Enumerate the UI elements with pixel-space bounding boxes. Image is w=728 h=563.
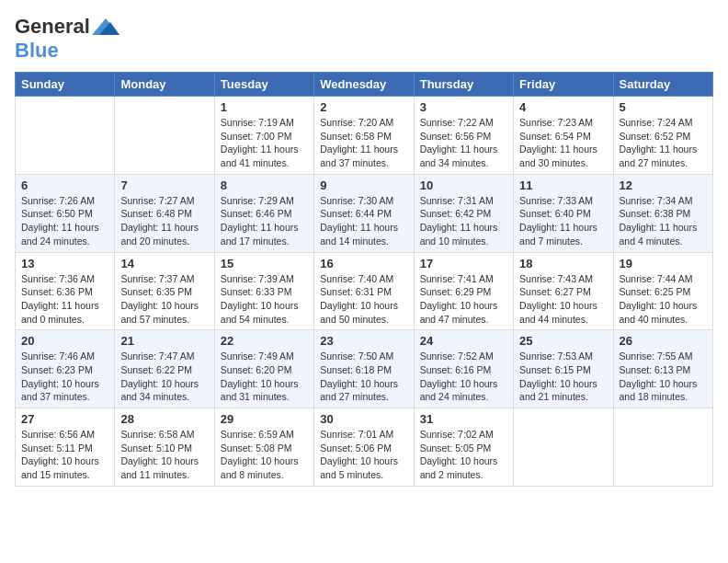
day-number: 18 bbox=[519, 257, 607, 270]
calendar-day-cell: 6Sunrise: 7:26 AM Sunset: 6:50 PM Daylig… bbox=[16, 174, 115, 252]
day-number: 25 bbox=[519, 334, 607, 348]
day-info: Sunrise: 6:56 AM Sunset: 5:11 PM Dayligh… bbox=[21, 428, 108, 482]
calendar-day-cell bbox=[16, 97, 115, 175]
weekday-header-cell: Thursday bbox=[414, 73, 513, 97]
calendar-day-cell: 1Sunrise: 7:19 AM Sunset: 7:00 PM Daylig… bbox=[214, 97, 313, 175]
calendar-day-cell: 3Sunrise: 7:22 AM Sunset: 6:56 PM Daylig… bbox=[414, 97, 513, 175]
day-info: Sunrise: 7:49 AM Sunset: 6:20 PM Dayligh… bbox=[221, 350, 308, 404]
calendar-week-row: 20Sunrise: 7:46 AM Sunset: 6:23 PM Dayli… bbox=[16, 330, 713, 408]
calendar-week-row: 27Sunrise: 6:56 AM Sunset: 5:11 PM Dayli… bbox=[16, 408, 713, 487]
logo: General Blue bbox=[15, 15, 119, 63]
calendar-day-cell: 12Sunrise: 7:34 AM Sunset: 6:38 PM Dayli… bbox=[613, 174, 712, 252]
weekday-header-cell: Monday bbox=[115, 73, 214, 97]
day-info: Sunrise: 6:58 AM Sunset: 5:10 PM Dayligh… bbox=[120, 428, 208, 482]
calendar-day-cell: 22Sunrise: 7:49 AM Sunset: 6:20 PM Dayli… bbox=[214, 330, 313, 408]
calendar-day-cell: 7Sunrise: 7:27 AM Sunset: 6:48 PM Daylig… bbox=[115, 174, 214, 252]
day-info: Sunrise: 7:33 AM Sunset: 6:40 PM Dayligh… bbox=[519, 194, 607, 248]
calendar-day-cell: 10Sunrise: 7:31 AM Sunset: 6:42 PM Dayli… bbox=[414, 174, 513, 252]
day-info: Sunrise: 7:02 AM Sunset: 5:05 PM Dayligh… bbox=[420, 428, 507, 482]
calendar-day-cell: 25Sunrise: 7:53 AM Sunset: 6:15 PM Dayli… bbox=[514, 330, 613, 408]
day-info: Sunrise: 7:34 AM Sunset: 6:38 PM Dayligh… bbox=[620, 194, 707, 248]
calendar: SundayMondayTuesdayWednesdayThursdayFrid… bbox=[15, 72, 713, 487]
day-number: 8 bbox=[221, 178, 308, 192]
day-info: Sunrise: 7:01 AM Sunset: 5:06 PM Dayligh… bbox=[320, 428, 407, 482]
day-number: 4 bbox=[519, 100, 607, 114]
calendar-day-cell: 2Sunrise: 7:20 AM Sunset: 6:58 PM Daylig… bbox=[314, 97, 414, 175]
day-info: Sunrise: 7:46 AM Sunset: 6:23 PM Dayligh… bbox=[21, 350, 108, 404]
day-info: Sunrise: 7:24 AM Sunset: 6:52 PM Dayligh… bbox=[620, 116, 707, 170]
day-info: Sunrise: 7:22 AM Sunset: 6:56 PM Dayligh… bbox=[420, 116, 507, 170]
calendar-day-cell: 19Sunrise: 7:44 AM Sunset: 6:25 PM Dayli… bbox=[613, 252, 712, 330]
calendar-day-cell: 9Sunrise: 7:30 AM Sunset: 6:44 PM Daylig… bbox=[314, 174, 414, 252]
day-number: 9 bbox=[320, 178, 407, 192]
day-number: 5 bbox=[620, 100, 707, 114]
day-info: Sunrise: 7:41 AM Sunset: 6:29 PM Dayligh… bbox=[420, 272, 507, 327]
weekday-header-cell: Tuesday bbox=[214, 73, 313, 97]
calendar-week-row: 13Sunrise: 7:36 AM Sunset: 6:36 PM Dayli… bbox=[16, 252, 713, 330]
day-info: Sunrise: 6:59 AM Sunset: 5:08 PM Dayligh… bbox=[221, 428, 308, 482]
day-number: 31 bbox=[420, 412, 507, 426]
calendar-day-cell bbox=[514, 408, 613, 487]
day-info: Sunrise: 7:50 AM Sunset: 6:18 PM Dayligh… bbox=[320, 350, 407, 404]
day-info: Sunrise: 7:52 AM Sunset: 6:16 PM Dayligh… bbox=[420, 350, 507, 404]
calendar-day-cell: 31Sunrise: 7:02 AM Sunset: 5:05 PM Dayli… bbox=[414, 408, 513, 487]
day-number: 7 bbox=[120, 178, 208, 192]
calendar-day-cell: 4Sunrise: 7:23 AM Sunset: 6:54 PM Daylig… bbox=[514, 97, 613, 175]
day-info: Sunrise: 7:40 AM Sunset: 6:31 PM Dayligh… bbox=[320, 272, 407, 327]
calendar-day-cell: 17Sunrise: 7:41 AM Sunset: 6:29 PM Dayli… bbox=[414, 252, 513, 330]
calendar-day-cell: 24Sunrise: 7:52 AM Sunset: 6:16 PM Dayli… bbox=[414, 330, 513, 408]
calendar-day-cell: 16Sunrise: 7:40 AM Sunset: 6:31 PM Dayli… bbox=[314, 252, 414, 330]
day-info: Sunrise: 7:47 AM Sunset: 6:22 PM Dayligh… bbox=[120, 350, 208, 404]
day-number: 28 bbox=[120, 412, 208, 426]
day-number: 29 bbox=[221, 412, 308, 426]
day-number: 17 bbox=[420, 257, 507, 270]
day-number: 12 bbox=[620, 178, 707, 192]
calendar-day-cell bbox=[613, 408, 712, 487]
day-number: 10 bbox=[420, 178, 507, 192]
calendar-day-cell: 29Sunrise: 6:59 AM Sunset: 5:08 PM Dayli… bbox=[214, 408, 313, 487]
logo-icon bbox=[92, 18, 119, 35]
day-number: 16 bbox=[320, 257, 407, 270]
calendar-day-cell: 30Sunrise: 7:01 AM Sunset: 5:06 PM Dayli… bbox=[314, 408, 414, 487]
weekday-header-row: SundayMondayTuesdayWednesdayThursdayFrid… bbox=[16, 73, 713, 97]
day-number: 1 bbox=[221, 100, 308, 114]
day-info: Sunrise: 7:36 AM Sunset: 6:36 PM Dayligh… bbox=[21, 272, 108, 327]
day-info: Sunrise: 7:55 AM Sunset: 6:13 PM Dayligh… bbox=[620, 350, 707, 404]
day-number: 26 bbox=[620, 334, 707, 348]
calendar-body: 1Sunrise: 7:19 AM Sunset: 7:00 PM Daylig… bbox=[16, 97, 713, 487]
day-info: Sunrise: 7:30 AM Sunset: 6:44 PM Dayligh… bbox=[320, 194, 407, 248]
calendar-day-cell: 27Sunrise: 6:56 AM Sunset: 5:11 PM Dayli… bbox=[16, 408, 115, 487]
day-info: Sunrise: 7:20 AM Sunset: 6:58 PM Dayligh… bbox=[320, 116, 407, 170]
calendar-day-cell: 26Sunrise: 7:55 AM Sunset: 6:13 PM Dayli… bbox=[613, 330, 712, 408]
calendar-day-cell: 14Sunrise: 7:37 AM Sunset: 6:35 PM Dayli… bbox=[115, 252, 214, 330]
day-info: Sunrise: 7:44 AM Sunset: 6:25 PM Dayligh… bbox=[620, 272, 707, 327]
logo-blue-text: Blue bbox=[15, 39, 59, 62]
logo-general-text: General bbox=[15, 15, 90, 39]
calendar-day-cell bbox=[115, 97, 214, 175]
calendar-day-cell: 28Sunrise: 6:58 AM Sunset: 5:10 PM Dayli… bbox=[115, 408, 214, 487]
day-info: Sunrise: 7:27 AM Sunset: 6:48 PM Dayligh… bbox=[120, 194, 208, 248]
day-number: 20 bbox=[21, 334, 108, 348]
day-number: 3 bbox=[420, 100, 507, 114]
day-number: 30 bbox=[320, 412, 407, 426]
day-info: Sunrise: 7:53 AM Sunset: 6:15 PM Dayligh… bbox=[519, 350, 607, 404]
day-number: 19 bbox=[620, 257, 707, 270]
calendar-day-cell: 11Sunrise: 7:33 AM Sunset: 6:40 PM Dayli… bbox=[514, 174, 613, 252]
calendar-week-row: 1Sunrise: 7:19 AM Sunset: 7:00 PM Daylig… bbox=[16, 97, 713, 175]
day-info: Sunrise: 7:31 AM Sunset: 6:42 PM Dayligh… bbox=[420, 194, 507, 248]
day-number: 24 bbox=[420, 334, 507, 348]
calendar-day-cell: 5Sunrise: 7:24 AM Sunset: 6:52 PM Daylig… bbox=[613, 97, 712, 175]
day-number: 23 bbox=[320, 334, 407, 348]
day-number: 27 bbox=[21, 412, 108, 426]
calendar-day-cell: 21Sunrise: 7:47 AM Sunset: 6:22 PM Dayli… bbox=[115, 330, 214, 408]
day-info: Sunrise: 7:39 AM Sunset: 6:33 PM Dayligh… bbox=[221, 272, 308, 327]
day-number: 22 bbox=[221, 334, 308, 348]
calendar-day-cell: 15Sunrise: 7:39 AM Sunset: 6:33 PM Dayli… bbox=[214, 252, 313, 330]
calendar-day-cell: 8Sunrise: 7:29 AM Sunset: 6:46 PM Daylig… bbox=[214, 174, 313, 252]
day-info: Sunrise: 7:23 AM Sunset: 6:54 PM Dayligh… bbox=[519, 116, 607, 170]
day-info: Sunrise: 7:19 AM Sunset: 7:00 PM Dayligh… bbox=[221, 116, 308, 170]
day-info: Sunrise: 7:43 AM Sunset: 6:27 PM Dayligh… bbox=[519, 272, 607, 327]
weekday-header-cell: Wednesday bbox=[314, 73, 414, 97]
calendar-day-cell: 20Sunrise: 7:46 AM Sunset: 6:23 PM Dayli… bbox=[16, 330, 115, 408]
weekday-header-cell: Sunday bbox=[16, 73, 115, 97]
